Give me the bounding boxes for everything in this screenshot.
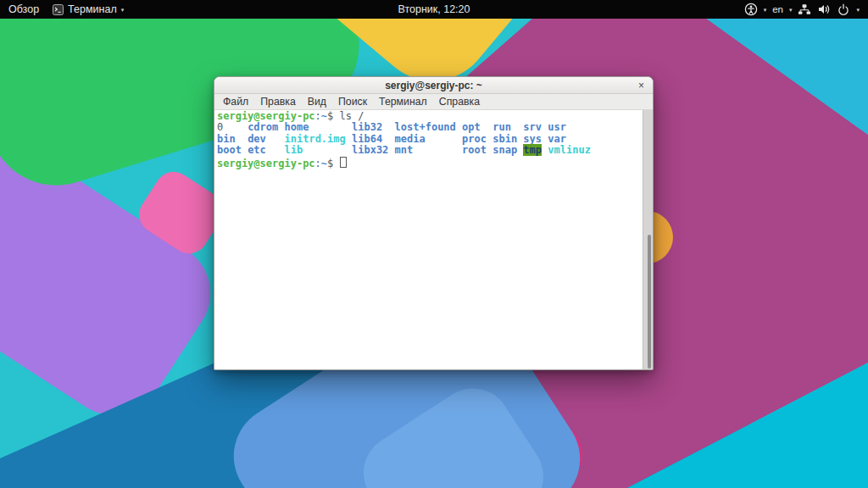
top-bar-status-area: ▾ en ▾ ▾ [744,3,868,16]
ls-entry: proc [462,133,487,145]
prompt-path: ~ [321,158,327,169]
ls-entry: sys [523,133,542,145]
activities-button[interactable]: Обзор [8,3,39,15]
ls-entry: etc [248,144,266,156]
close-icon[interactable]: × [636,77,647,93]
menu-item-edit[interactable]: Правка [254,96,302,108]
menu-item-view[interactable]: Вид [302,96,332,108]
ls-entry: sbin [492,133,517,145]
ls-entry: lib64 [352,133,382,145]
menu-item-search[interactable]: Поиск [332,96,373,108]
ls-entry: dev [248,133,266,145]
menu-item-file[interactable]: Файл [217,96,254,108]
window-titlebar[interactable]: sergiy@sergiy-pc: ~ × [214,77,653,94]
prompt-separator: : [315,158,321,169]
ls-entry: media [395,133,426,145]
scrollbar-thumb[interactable] [648,235,651,369]
chevron-down-icon[interactable]: ▾ [856,7,860,13]
power-icon[interactable] [837,3,850,16]
terminal-output-row: 0 cdrom home lib32 lost+found opt run sr… [217,122,641,133]
ls-entry: mnt [395,144,414,156]
terminal-content[interactable]: sergiy@sergiy-pc:~$ ls / 0 cdrom home li… [214,110,653,369]
terminal-window: sergiy@sergiy-pc: ~ × Файл Правка Вид По… [214,76,654,370]
ls-entry: libx32 [352,144,388,156]
volume-icon[interactable] [817,3,831,16]
ls-entry: run [492,121,511,133]
ls-entry: srv [523,121,542,133]
ls-entry: bin [217,133,236,145]
ls-entry: root [462,144,487,156]
chevron-down-icon: ▾ [121,7,125,13]
window-menubar: Файл Правка Вид Поиск Терминал Справка [214,94,653,110]
network-icon[interactable] [798,3,811,16]
prompt-symbol: $ [327,158,339,169]
ls-entry: vmlinuz [548,144,591,156]
ls-entry: opt [462,121,481,133]
accessibility-icon[interactable] [744,3,758,16]
ls-entry: lib32 [352,121,382,133]
prompt-path: ~ [321,110,327,122]
menu-item-help[interactable]: Справка [433,96,486,108]
ls-entry: home [285,121,309,133]
ls-entry: boot [217,144,242,156]
app-menu[interactable]: Терминал ▾ [53,3,124,15]
ls-entry: lib [285,144,303,156]
terminal-prompt-line: sergiy@sergiy-pc:~$ ls / [217,111,641,122]
terminal-command: ls / [340,110,364,122]
prompt-symbol: $ [327,110,339,122]
terminal-output-row: boot etc lib libx32 mnt root snap tmp vm… [217,145,641,156]
terminal-prompt-line: sergiy@sergiy-pc:~$ [217,157,641,169]
keyboard-layout-indicator[interactable]: en [772,4,783,14]
top-bar: Обзор Терминал ▾ Вторник, 12:20 ▾ en ▾ [0,0,868,19]
terminal-app-icon [53,4,64,15]
ls-entry: var [548,133,566,145]
desktop: Обзор Терминал ▾ Вторник, 12:20 ▾ en ▾ [0,0,868,488]
window-title: sergiy@sergiy-pc: ~ [385,80,482,92]
prompt-separator: : [315,110,321,122]
prompt-user-host: sergiy@sergiy-pc [217,158,315,169]
ls-entry: usr [548,121,566,133]
chevron-down-icon[interactable]: ▾ [789,7,793,13]
chevron-down-icon[interactable]: ▾ [764,7,767,13]
ls-entry: initrd.img [285,133,346,145]
app-menu-label: Терминал [68,3,117,15]
ls-entry: lost+found [395,121,456,133]
clock-label[interactable]: Вторник, 12:20 [0,3,868,15]
prompt-user-host: sergiy@sergiy-pc [217,110,315,122]
menu-item-terminal[interactable]: Терминал [373,96,433,108]
terminal-ls-output: 0 cdrom home lib32 lost+found opt run sr… [217,122,641,156]
ls-entry: cdrom [248,121,278,133]
ls-entry: 0 [217,121,223,133]
terminal-scrollbar[interactable] [643,110,653,369]
terminal-output-row: bin dev initrd.img lib64 media proc sbin… [217,134,641,145]
ls-entry: tmp [523,144,542,156]
ls-entry: snap [492,144,517,156]
terminal-cursor [340,157,347,168]
top-bar-left: Обзор Терминал ▾ [0,3,124,15]
